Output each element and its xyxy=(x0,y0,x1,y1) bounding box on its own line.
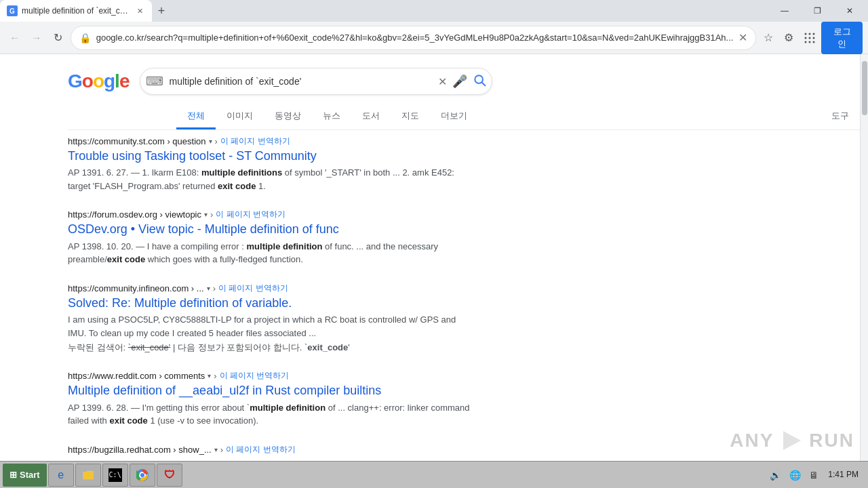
search-input[interactable] xyxy=(169,76,433,87)
result-dropdown-arrow[interactable]: ▾ xyxy=(208,372,211,380)
taskbar-time-value: 1:41 PM xyxy=(828,470,859,481)
folder-icon xyxy=(81,468,95,482)
tab-title: multiple definition of `exit_code' - G..… xyxy=(22,6,130,16)
result-item: https://www.reddit.com › comments ▾ › 이 … xyxy=(68,370,475,427)
settings-button[interactable]: ⚙ xyxy=(780,27,798,49)
tab-videos[interactable]: 동영상 xyxy=(264,104,312,129)
titlebar-left: G multiple definition of `exit_code' - G… xyxy=(0,0,171,22)
tab-news[interactable]: 뉴스 xyxy=(312,104,351,129)
network-icon[interactable]: 🌐 xyxy=(787,467,804,483)
keyboard-icon[interactable]: ⌨ xyxy=(146,74,163,89)
result-separator: › xyxy=(213,283,216,293)
result-url-line: https://www.reddit.com › comments ▾ › 이 … xyxy=(68,370,475,382)
taskbar-item-antivirus[interactable]: 🛡 xyxy=(157,464,182,487)
search-submit-icon[interactable] xyxy=(473,73,486,90)
chrome-icon xyxy=(136,468,149,482)
google-logo[interactable]: Google xyxy=(68,70,129,92)
tab-more[interactable]: 더보기 xyxy=(430,104,478,129)
translate-link[interactable]: 이 페이지 번역하기 xyxy=(220,370,290,382)
search-box[interactable]: ⌨ ✕ 🎤 xyxy=(140,68,492,95)
taskbar-right: 🔊 🌐 🖥 1:41 PM xyxy=(767,467,865,483)
window-controls: — ❐ ✕ xyxy=(769,0,868,22)
svg-point-14 xyxy=(140,473,144,477)
result-title[interactable]: Solved: Re: Multiple definition of varia… xyxy=(68,296,475,311)
addressbar-actions: ☆ ⚙ 로그인 xyxy=(759,22,863,54)
result-item: https://community.infineon.com › ... ▾ ›… xyxy=(68,283,475,354)
taskbar-item-chrome[interactable] xyxy=(130,464,155,487)
apps-icon xyxy=(804,32,816,44)
result-url: https://bugzilla.redhat.com › show_... xyxy=(68,445,212,455)
result-dropdown-arrow[interactable]: ▾ xyxy=(207,285,210,292)
antivirus-icon: 🛡 xyxy=(163,468,176,482)
svg-point-8 xyxy=(813,41,815,43)
scrollbar[interactable] xyxy=(860,54,868,488)
lock-icon: 🔒 xyxy=(79,33,91,43)
close-button[interactable]: ✕ xyxy=(834,0,865,22)
result-url: https://www.reddit.com › comments xyxy=(68,371,205,381)
taskbar-item-folder[interactable] xyxy=(75,464,101,487)
search-header: Google ⌨ ✕ 🎤 xyxy=(68,61,860,102)
translate-link[interactable]: 이 페이지 번역하기 xyxy=(218,283,288,294)
apps-button[interactable] xyxy=(801,27,819,49)
taskbar: ⊞ Start e C:\ 🛡 🔊 🌐 xyxy=(0,461,868,488)
search-tabs: 전체 이미지 동영상 뉴스 도서 지도 더보기 도구 xyxy=(68,104,860,130)
forward-button[interactable]: → xyxy=(27,27,46,49)
taskbar-clock[interactable]: 1:41 PM xyxy=(824,470,863,481)
result-title[interactable]: Trouble using Tasking toolset - ST Commu… xyxy=(68,148,475,164)
translate-link[interactable]: 이 페이지 번역하기 xyxy=(226,444,296,455)
url-bar[interactable]: 🔒 google.co.kr/search?q=multiple+definit… xyxy=(71,26,757,50)
search-clear-button[interactable]: ✕ xyxy=(438,75,447,88)
minimize-button[interactable]: — xyxy=(769,0,800,22)
tab-close-button[interactable]: ✕ xyxy=(134,5,145,16)
svg-line-10 xyxy=(482,82,486,85)
translate-link[interactable]: 이 페이지 번역하기 xyxy=(216,209,285,220)
titlebar: G multiple definition of `exit_code' - G… xyxy=(0,0,868,22)
result-description: AP 1391. 6. 27. — 1. lkarm E108: multipl… xyxy=(68,166,475,192)
tab-books[interactable]: 도서 xyxy=(351,104,391,129)
svg-point-3 xyxy=(805,37,807,39)
tab-images[interactable]: 이미지 xyxy=(216,104,264,129)
result-item: https://community.st.com › question ▾ › … xyxy=(68,136,475,192)
url-text: google.co.kr/search?q=multiple+definitio… xyxy=(96,33,734,43)
translate-link[interactable]: 이 페이지 번역하기 xyxy=(220,136,290,147)
clear-url-button[interactable]: ✕ xyxy=(738,31,747,44)
result-url: https://community.infineon.com › ... xyxy=(68,283,204,293)
display-icon[interactable]: 🖥 xyxy=(806,467,821,483)
result-description: I am using a PSOC5LP, CY8C5888LTI-LP for… xyxy=(68,313,475,340)
scrollbar-thumb[interactable] xyxy=(862,61,867,115)
ie-icon: e xyxy=(54,468,68,482)
new-tab-button[interactable]: + xyxy=(152,1,171,20)
taskbar-item-cmd[interactable]: C:\ xyxy=(102,464,128,487)
bookmark-button[interactable]: ☆ xyxy=(759,27,777,49)
result-title[interactable]: OSDev.org • View topic - Multiple defini… xyxy=(68,222,475,237)
login-button[interactable]: 로그인 xyxy=(821,22,863,54)
active-tab[interactable]: G multiple definition of `exit_code' - G… xyxy=(0,0,152,22)
start-button[interactable]: ⊞ Start xyxy=(3,464,47,487)
result-url: https://forum.osdev.org › viewtopic xyxy=(68,209,201,220)
svg-point-1 xyxy=(809,33,811,35)
tab-maps[interactable]: 지도 xyxy=(391,104,430,129)
result-url-line: https://community.st.com › question ▾ › … xyxy=(68,136,475,147)
svg-point-0 xyxy=(805,33,807,35)
svg-point-5 xyxy=(813,37,815,39)
start-label: Start xyxy=(20,470,40,480)
result-separator: › xyxy=(215,136,218,146)
result-url-line: https://bugzilla.redhat.com › show_... ▾… xyxy=(68,444,475,455)
back-button[interactable]: ← xyxy=(5,27,24,49)
maximize-button[interactable]: ❐ xyxy=(802,0,833,22)
result-item: https://bugzilla.redhat.com › show_... ▾… xyxy=(68,444,475,455)
result-dropdown-arrow[interactable]: ▾ xyxy=(204,211,208,218)
result-dropdown-arrow[interactable]: ▾ xyxy=(214,446,218,453)
refresh-button[interactable]: ↻ xyxy=(49,27,68,49)
addressbar: ← → ↻ 🔒 google.co.kr/search?q=multiple+d… xyxy=(0,22,868,54)
sound-icon[interactable]: 🔊 xyxy=(767,467,784,483)
taskbar-item-ie[interactable]: e xyxy=(48,464,74,487)
result-missed-keyword: 누락된 검색어: `exit_code' | 다음 정보가 포함되어야 합니다.… xyxy=(68,342,475,354)
result-dropdown-arrow[interactable]: ▾ xyxy=(209,138,212,145)
tab-tools[interactable]: 도구 xyxy=(821,104,860,129)
voice-search-icon[interactable]: 🎤 xyxy=(452,74,467,89)
tab-all[interactable]: 전체 xyxy=(176,104,216,129)
svg-point-6 xyxy=(805,41,807,43)
result-title[interactable]: Multiple definition of __aeabi_ul2f in R… xyxy=(68,383,475,399)
svg-point-2 xyxy=(813,33,815,35)
